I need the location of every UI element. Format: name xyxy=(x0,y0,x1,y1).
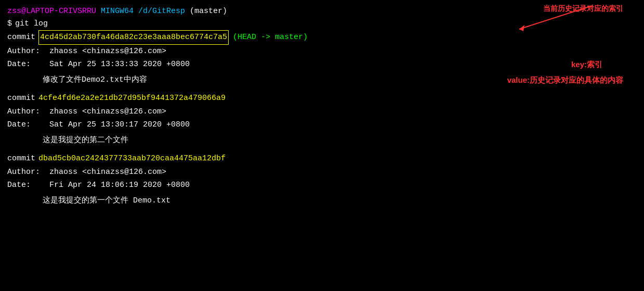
commit-label-1: commit xyxy=(7,31,35,44)
terminal: zss@LAPTOP-CRIVSRRU MINGW64 /d/GitResp (… xyxy=(0,0,644,291)
space3 xyxy=(185,5,190,18)
command-line: $ git log xyxy=(7,18,637,30)
commit-hash-2: 4cfe4fd6e2a2e21db27d95bf9441372a479066a9 xyxy=(38,92,226,105)
message-3: 这是我提交的第一个文件 Demo.txt xyxy=(24,194,637,208)
space2 xyxy=(134,5,138,18)
prompt-line: zss@LAPTOP-CRIVSRRU MINGW64 /d/GitResp (… xyxy=(7,5,637,18)
author-line-1: Author: zhaoss <chinazss@126.com> xyxy=(7,45,637,58)
commit-hash-line-1: commit 4cd45d2ab730fa46da82c23e3aaa8bec6… xyxy=(7,30,637,45)
commit-hash-3: dbad5cb0ac2424377733aab720caa4475aa12dbf xyxy=(38,152,226,166)
annotation-top: 当前历史记录对应的索引 xyxy=(543,4,623,14)
mingw-label: MINGW64 xyxy=(101,5,134,18)
commit-label-2: commit xyxy=(7,92,35,105)
commit-label-3: commit xyxy=(7,152,35,166)
date-line-1: Date: Sat Apr 25 13:33:33 2020 +0800 xyxy=(7,58,637,71)
author-line-2: Author: zhaoss <chinazss@126.com> xyxy=(7,105,637,119)
date-line-2: Date: Sat Apr 25 13:30:17 2020 +0800 xyxy=(7,118,637,132)
author-line-3: Author: zhaoss <chinazss@126.com> xyxy=(7,166,637,179)
commit-hash-boxed-1: 4cd45d2ab730fa46da82c23e3aaa8bec6774c7a5 xyxy=(38,30,229,45)
commit-hash-line-3: commit dbad5cb0ac2424377733aab720caa4475… xyxy=(7,152,637,166)
dollar-sign: $ xyxy=(7,18,12,30)
commit-block-3: commit dbad5cb0ac2424377733aab720caa4475… xyxy=(7,152,637,207)
commit-hash-line-2: commit 4cfe4fd6e2a2e21db27d95bf9441372a4… xyxy=(7,92,637,105)
date-line-3: Date: Fri Apr 24 18:06:19 2020 +0800 xyxy=(7,179,637,192)
annotation-value: value:历史记录对应的具体的内容 xyxy=(507,75,623,85)
commit-block-2: commit 4cfe4fd6e2a2e21db27d95bf9441372a4… xyxy=(7,92,637,147)
annotation-key: key:索引 xyxy=(571,60,602,70)
message-2: 这是我提交的第二个文件 xyxy=(24,134,637,147)
command-text: git log xyxy=(15,18,48,30)
user-host: zss@LAPTOP-CRIVSRRU xyxy=(7,5,96,18)
branch-label: (master) xyxy=(190,5,227,18)
head-ref-1: (HEAD -> master) xyxy=(233,31,308,44)
space xyxy=(96,5,101,18)
path-label: /d/GitResp xyxy=(138,5,185,18)
